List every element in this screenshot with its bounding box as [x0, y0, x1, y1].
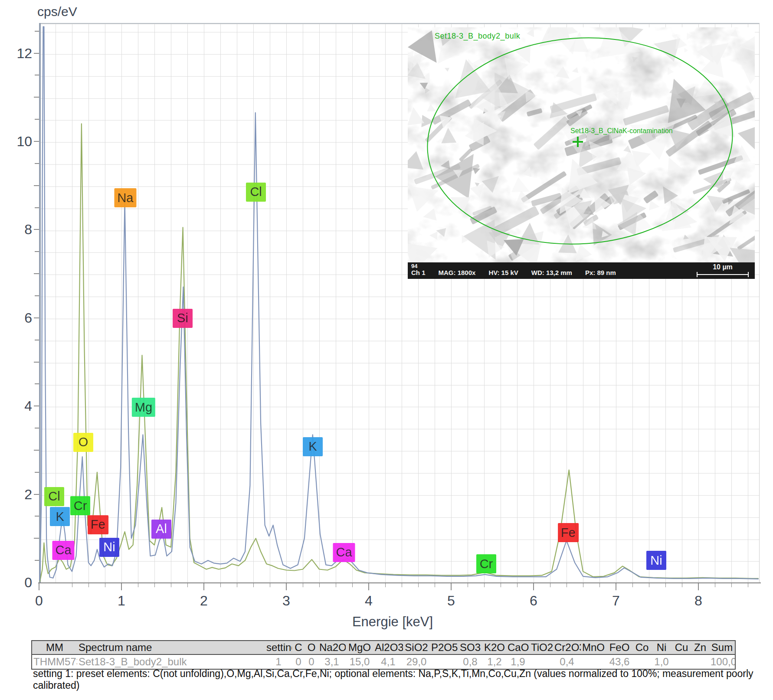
- table-header-al2o3: Al2O3: [373, 641, 403, 654]
- element-label-cr[interactable]: Cr: [476, 554, 496, 573]
- x-minor-tick: [632, 583, 633, 587]
- y-tick: [34, 538, 39, 539]
- x-major-tick: [698, 583, 699, 590]
- table-cell: [691, 654, 709, 669]
- table-cell: 15,0: [346, 654, 373, 669]
- element-label-cl[interactable]: Cl: [44, 487, 64, 506]
- x-minor-tick: [154, 583, 155, 587]
- eds-spectrum-view: cps/eV 012345678024681012 ClKCaCrOFeNiNa…: [0, 0, 773, 700]
- element-label-al[interactable]: Al: [151, 520, 171, 539]
- x-minor-tick: [682, 583, 682, 587]
- table-header-mno: MnO: [581, 641, 606, 654]
- element-label-ni[interactable]: Ni: [99, 538, 119, 557]
- x-minor-tick: [501, 583, 501, 587]
- y-tick: [35, 516, 39, 517]
- element-label-k[interactable]: K: [303, 437, 323, 456]
- element-label-na[interactable]: Na: [114, 188, 136, 207]
- results-table: MMSpectrum namesettingCONa2OMgOAl2O3SiO2…: [31, 640, 736, 670]
- x-minor-tick: [336, 583, 336, 587]
- table-header-row: MMSpectrum namesettingCONa2OMgOAl2O3SiO2…: [32, 641, 735, 654]
- sem-point-label: Set18-3_B_ClNaK-contamination: [570, 127, 673, 135]
- table-cell: 0: [305, 654, 318, 669]
- table-header-mm: MM: [32, 641, 77, 654]
- element-label-ca[interactable]: Ca: [52, 541, 75, 560]
- sem-info-bar: 94 Ch 1MAG: 1800xHV: 15 kVWD: 13,2 mmPx:…: [408, 262, 755, 279]
- y-tick: [35, 295, 39, 296]
- x-minor-tick: [303, 583, 303, 587]
- table-header-zn: Zn: [691, 641, 709, 654]
- y-tick: [35, 560, 39, 561]
- table-header-sio2: SiO2: [403, 641, 430, 654]
- element-label-cl[interactable]: Cl: [246, 183, 266, 202]
- y-tick: [34, 406, 39, 406]
- y-tick: [34, 317, 39, 318]
- table-cell: 1,2: [483, 654, 506, 669]
- y-tick: [35, 340, 39, 340]
- sem-info-field: Px: 89 nm: [585, 269, 616, 277]
- x-minor-tick: [567, 583, 567, 587]
- table-cell: Set18-3_B_body2_bulk: [77, 654, 265, 669]
- x-minor-tick: [665, 583, 666, 587]
- table-cell: 1,0: [651, 654, 672, 669]
- x-minor-tick: [550, 583, 550, 587]
- table-cell: 1: [265, 654, 292, 669]
- y-tick: [34, 450, 39, 451]
- x-tick-label: 2: [200, 593, 208, 609]
- x-minor-tick: [583, 583, 583, 587]
- y-tick: [35, 207, 39, 208]
- table-cell: [581, 654, 606, 669]
- y-tick: [35, 119, 39, 120]
- table-cell: 0,8: [458, 654, 483, 669]
- y-tick: [35, 75, 39, 75]
- scale-bar-icon: [697, 272, 749, 277]
- element-label-ca[interactable]: Ca: [333, 543, 355, 562]
- x-tick-label: 7: [612, 593, 620, 609]
- y-tick-label: 6: [6, 310, 32, 326]
- table-cell: 29,0: [403, 654, 430, 669]
- element-label-k[interactable]: K: [50, 507, 70, 526]
- y-tick: [34, 229, 39, 230]
- x-minor-tick: [237, 583, 237, 587]
- element-label-mg[interactable]: Mg: [132, 398, 155, 417]
- element-label-ni[interactable]: Ni: [646, 551, 666, 570]
- x-major-tick: [121, 583, 122, 590]
- y-tick: [35, 428, 39, 429]
- y-tick-label: 0: [6, 575, 32, 591]
- table-row[interactable]: THMM573Set18-3_B_body2_bulk1003,115,04,1…: [32, 654, 735, 669]
- y-tick: [35, 383, 39, 384]
- y-tick: [34, 53, 39, 54]
- x-major-tick: [368, 583, 369, 590]
- x-tick-label: 8: [694, 593, 702, 609]
- element-label-fe[interactable]: Fe: [558, 523, 579, 542]
- element-label-si[interactable]: Si: [173, 309, 193, 328]
- y-tick-label: 4: [6, 398, 32, 414]
- table-header-p2o5: P2O5: [430, 641, 458, 654]
- y-tick: [34, 97, 39, 98]
- scale-label: 10 µm: [697, 263, 749, 271]
- x-minor-tick: [517, 583, 518, 587]
- table-header-setting: setting: [265, 641, 292, 654]
- table-cell: THMM573: [32, 654, 77, 669]
- element-label-fe[interactable]: Fe: [88, 515, 108, 534]
- table-cell: [430, 654, 458, 669]
- x-axis-title: Energie [keV]: [284, 614, 501, 630]
- x-major-tick: [286, 583, 287, 590]
- x-minor-tick: [352, 583, 353, 587]
- table-cell: 3,1: [318, 654, 346, 669]
- table-header-k2o: K2O: [483, 641, 506, 654]
- table-body: THMM573Set18-3_B_body2_bulk1003,115,04,1…: [32, 654, 735, 669]
- element-label-o[interactable]: O: [73, 433, 93, 452]
- table-header-mgo: MgO: [346, 641, 373, 654]
- y-tick: [34, 273, 39, 274]
- y-tick: [34, 141, 39, 142]
- x-minor-tick: [748, 583, 748, 587]
- element-label-cr[interactable]: Cr: [70, 496, 90, 515]
- table-header-cao: CaO: [506, 641, 530, 654]
- x-minor-tick: [220, 583, 221, 587]
- table-cell: [633, 654, 651, 669]
- x-minor-tick: [468, 583, 468, 587]
- x-major-tick: [451, 583, 452, 590]
- y-tick: [35, 163, 39, 164]
- table-cell: 100,0: [709, 654, 735, 669]
- x-minor-tick: [484, 583, 485, 587]
